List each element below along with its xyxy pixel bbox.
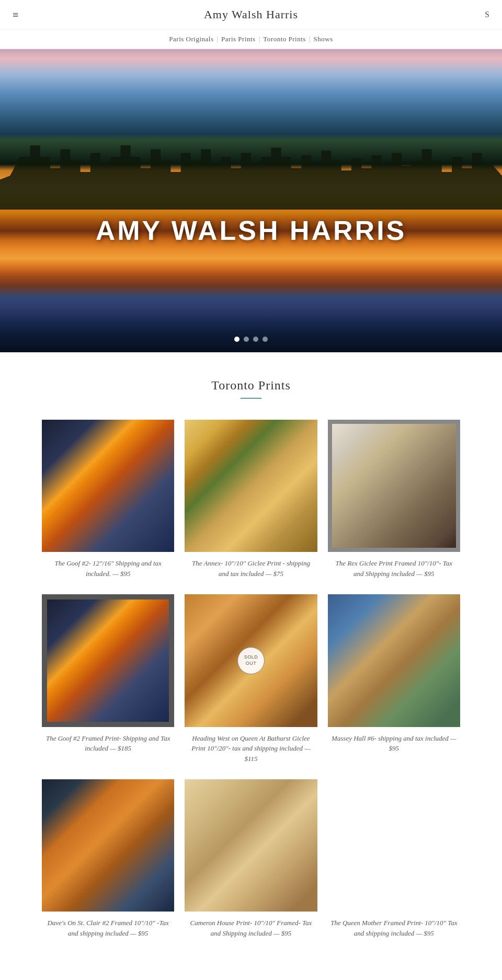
product-title-goof2: The Goof #2- 12"/16" Shipping and tax in… <box>42 558 174 579</box>
nav-paris-originals[interactable]: Paris Originals <box>169 35 213 43</box>
product-card-daves[interactable]: Dave's On St. Clair #2 Framed 10"/10" -T… <box>42 779 174 938</box>
product-image-wrap-daves <box>42 779 174 912</box>
site-title: Amy Walsh Harris <box>204 8 298 21</box>
search-icon[interactable]: S <box>485 10 489 19</box>
product-title-goof2-framed: The Goof #2 Framed Print- Shipping and T… <box>42 733 174 754</box>
product-card-goof2[interactable]: The Goof #2- 12"/16" Shipping and tax in… <box>42 420 174 579</box>
product-image-wrap-goof2-framed <box>42 594 174 727</box>
nav-separator-1: | <box>216 35 218 43</box>
product-card-massey[interactable]: Massey Hall #6- shipping and tax include… <box>328 594 460 764</box>
carousel-dot-3[interactable] <box>253 337 258 342</box>
header: ≡ Amy Walsh Harris S <box>0 0 502 30</box>
carousel-dot-4[interactable] <box>263 337 268 342</box>
product-image-goof2 <box>42 420 174 552</box>
hero-title: AMY WALSH HARRIS <box>0 215 502 246</box>
product-card-goof2-framed[interactable]: The Goof #2 Framed Print- Shipping and T… <box>42 594 174 764</box>
hero-section: AMY WALSH HARRIS <box>0 49 502 352</box>
nav-toronto-prints[interactable]: Toronto Prints <box>263 35 306 43</box>
sold-out-line2: OUT <box>246 661 257 667</box>
product-grid: The Goof #2- 12"/16" Shipping and tax in… <box>0 409 502 959</box>
product-image-daves <box>42 779 174 912</box>
product-image-wrap-queen-mother <box>328 779 460 912</box>
product-image-rex <box>328 420 460 552</box>
product-image-goof2-framed <box>42 594 174 727</box>
product-image-massey <box>328 594 460 727</box>
sold-out-badge-heading-west: SOLDOUT <box>237 647 265 674</box>
product-title-annex: The Annex- 10"/10" Giclee Print - shippi… <box>185 558 317 579</box>
nav-separator-3: | <box>309 35 311 43</box>
product-title-cameron: Cameron House Print- 10"/10" Framed- Tax… <box>185 918 317 938</box>
menu-icon[interactable]: ≡ <box>13 9 18 20</box>
product-card-queen-mother[interactable]: The Queen Mother Framed Print- 10"/10" T… <box>328 779 460 938</box>
product-image-wrap-cameron <box>185 779 317 912</box>
nav-separator-2: | <box>259 35 260 43</box>
nav-shows[interactable]: Shows <box>313 35 333 43</box>
product-card-cameron[interactable]: Cameron House Print- 10"/10" Framed- Tax… <box>185 779 317 938</box>
product-card-heading-west[interactable]: SOLDOUTHeading West on Queen At Bathurst… <box>185 594 317 764</box>
product-image-wrap-goof2 <box>42 420 174 552</box>
main-nav: Paris Originals | Paris Prints | Toronto… <box>0 30 502 49</box>
product-image-wrap-massey <box>328 594 460 727</box>
section-title-wrap: Toronto Prints <box>0 352 502 409</box>
product-image-wrap-rex <box>328 420 460 552</box>
hero-text-overlay: AMY WALSH HARRIS <box>0 215 502 246</box>
product-title-massey: Massey Hall #6- shipping and tax include… <box>328 733 460 754</box>
product-card-annex[interactable]: The Annex- 10"/10" Giclee Print - shippi… <box>185 420 317 579</box>
product-image-queen-mother <box>328 779 460 912</box>
product-title-rex: The Rex Giclee Print Framed 10"/10"- Tax… <box>328 558 460 579</box>
section-title: Toronto Prints <box>0 378 502 393</box>
product-image-cameron <box>185 779 317 912</box>
nav-paris-prints[interactable]: Paris Prints <box>221 35 256 43</box>
product-title-queen-mother: The Queen Mother Framed Print- 10"/10" T… <box>328 918 460 938</box>
sold-out-line1: SOLD <box>244 654 258 661</box>
product-image-wrap-heading-west: SOLDOUT <box>185 594 317 727</box>
carousel-dots <box>234 337 268 342</box>
product-title-heading-west: Heading West on Queen At Bathurst Giclee… <box>185 733 317 764</box>
section-underline <box>241 398 261 399</box>
product-image-annex <box>185 420 317 552</box>
product-card-rex[interactable]: The Rex Giclee Print Framed 10"/10"- Tax… <box>328 420 460 579</box>
product-image-wrap-annex <box>185 420 317 552</box>
carousel-dot-1[interactable] <box>234 337 239 342</box>
product-title-daves: Dave's On St. Clair #2 Framed 10"/10" -T… <box>42 918 174 938</box>
carousel-dot-2[interactable] <box>244 337 249 342</box>
